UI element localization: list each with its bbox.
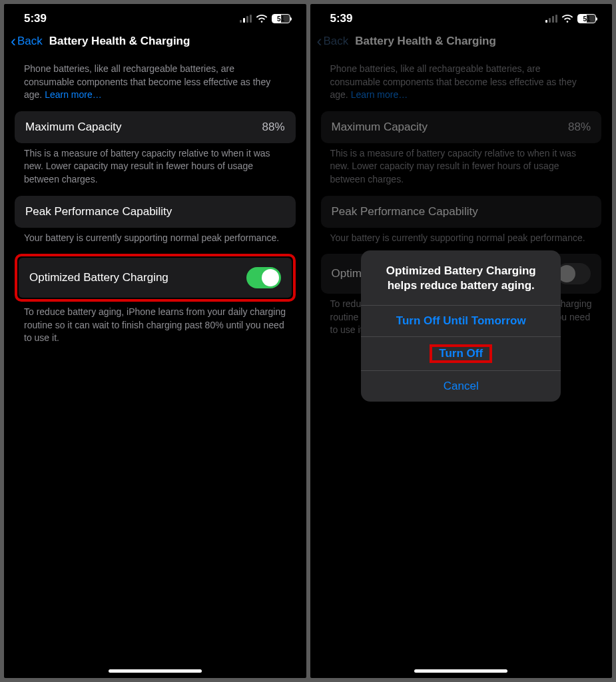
back-button[interactable]: ‹ Back: [11, 33, 43, 49]
peak-performance-label: Peak Performance Capability: [25, 205, 172, 218]
max-capacity-row[interactable]: Maximum Capacity 88%: [15, 111, 296, 143]
highlight-box: Turn Off: [430, 344, 492, 363]
turn-off-button[interactable]: Turn Off: [361, 336, 561, 370]
battery-icon: 51: [272, 14, 290, 23]
back-label: Back: [17, 35, 43, 48]
max-capacity-label: Maximum Capacity: [25, 121, 122, 134]
alert-dialog: Optimized Battery Charging helps reduce …: [361, 250, 561, 402]
learn-more-link[interactable]: Learn more…: [45, 89, 102, 100]
optimized-charging-label: Optimized Battery Charging: [29, 271, 168, 284]
peak-performance-row[interactable]: Peak Performance Capability: [15, 196, 296, 228]
chevron-left-icon: ‹: [11, 33, 16, 49]
optimized-charging-toggle[interactable]: [246, 267, 281, 288]
page-title: Battery Health & Charging: [49, 35, 190, 48]
alert-title: Optimized Battery Charging helps reduce …: [361, 250, 561, 305]
home-indicator[interactable]: [109, 669, 202, 673]
cellular-icon: [240, 15, 252, 23]
peak-performance-footnote: Your battery is currently supporting nor…: [15, 228, 296, 254]
nav-header: ‹ Back Battery Health & Charging: [4, 28, 306, 59]
phone-screen-left: 5:39 51 ‹ Back Battery Health & Charging…: [4, 4, 306, 678]
highlight-box: Optimized Battery Charging: [15, 254, 296, 302]
phone-screen-right: 5:39 51 ‹ Back Battery Health & Charging…: [310, 4, 613, 678]
home-indicator[interactable]: [414, 669, 507, 673]
optimized-charging-row[interactable]: Optimized Battery Charging: [19, 258, 292, 298]
turn-off-until-tomorrow-button[interactable]: Turn Off Until Tomorrow: [361, 305, 561, 336]
max-capacity-value: 88%: [262, 121, 284, 134]
status-time: 5:39: [24, 12, 47, 25]
alert-backdrop: Optimized Battery Charging helps reduce …: [310, 4, 613, 678]
wifi-icon: [256, 14, 268, 23]
status-bar: 5:39 51: [4, 4, 306, 28]
cancel-button[interactable]: Cancel: [361, 370, 561, 402]
optimized-charging-footnote: To reduce battery aging, iPhone learns f…: [15, 302, 296, 354]
max-capacity-footnote: This is a measure of battery capacity re…: [15, 143, 296, 196]
intro-text: Phone batteries, like all rechargeable b…: [15, 59, 296, 111]
